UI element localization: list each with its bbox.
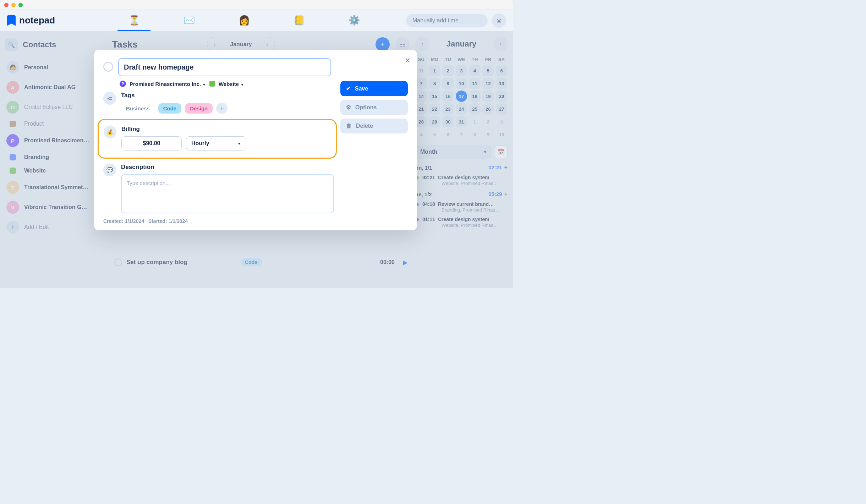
tab-profile[interactable]: 👩 bbox=[217, 10, 272, 31]
tab-time[interactable]: ⏳ bbox=[106, 10, 161, 31]
check-icon: ✔ bbox=[346, 85, 351, 92]
topbar: notepad ⏳ ✉️ 👩 📒 ⚙️ Manually add time...… bbox=[0, 10, 513, 31]
trash-icon: 🗑 bbox=[346, 123, 352, 129]
chat-icon: 💬 bbox=[103, 164, 116, 176]
created-text: Created: 1/1/2024 bbox=[103, 218, 144, 224]
timer-button[interactable]: ◎ bbox=[492, 13, 506, 28]
app-logo[interactable]: notepad bbox=[7, 15, 106, 26]
billing-amount-input[interactable] bbox=[121, 136, 182, 150]
book-icon: 📒 bbox=[294, 15, 305, 26]
hourglass-icon: ⏳ bbox=[128, 15, 140, 26]
window-maximize-dot[interactable] bbox=[18, 3, 23, 7]
save-button[interactable]: ✔Save bbox=[340, 81, 408, 96]
mail-icon: ✉️ bbox=[183, 15, 195, 26]
client-badge: P bbox=[120, 81, 126, 87]
tag-icon: 🏷 bbox=[103, 92, 116, 105]
billing-type-label: Hourly bbox=[191, 140, 209, 147]
chevron-down-icon: ▼ bbox=[202, 83, 206, 87]
tab-mail[interactable]: ✉️ bbox=[161, 10, 217, 31]
manual-time-input[interactable]: Manually add time... bbox=[406, 14, 488, 27]
description-label: Description bbox=[121, 164, 408, 171]
chevron-down-icon: ▼ bbox=[240, 83, 244, 87]
tab-settings[interactable]: ⚙️ bbox=[327, 10, 382, 31]
billing-type-select[interactable]: Hourly ▼ bbox=[186, 136, 246, 150]
top-tabs: ⏳ ✉️ 👩 📒 ⚙️ bbox=[106, 10, 406, 31]
task-complete-toggle[interactable] bbox=[103, 62, 113, 72]
tab-book[interactable]: 📒 bbox=[272, 10, 327, 31]
project-select[interactable]: Website ▼ bbox=[219, 81, 244, 87]
gear-icon: ⚙ bbox=[346, 104, 351, 111]
add-tag-button[interactable]: + bbox=[216, 103, 228, 114]
bookmark-icon bbox=[7, 15, 16, 26]
client-select[interactable]: Promised Rinascimento Inc. ▼ bbox=[130, 81, 206, 87]
tag-code[interactable]: Code bbox=[158, 103, 182, 114]
billing-label: Billing bbox=[121, 126, 331, 133]
options-button[interactable]: ⚙Options bbox=[340, 100, 408, 115]
tag-design[interactable]: Design bbox=[185, 103, 213, 114]
started-text: Started: 1/1/2024 bbox=[148, 218, 188, 224]
description-textarea[interactable]: Type description... bbox=[121, 174, 334, 213]
avatar-icon: 👩 bbox=[239, 15, 250, 26]
task-title-input[interactable] bbox=[118, 58, 331, 76]
delete-button[interactable]: 🗑Delete bbox=[340, 119, 408, 133]
task-modal: ✕ P Promised Rinascimento Inc. ▼ Website… bbox=[94, 50, 417, 230]
window-titlebar bbox=[0, 0, 513, 10]
money-bag-icon: 💰 bbox=[104, 126, 116, 138]
clock-icon: ◎ bbox=[497, 17, 501, 24]
tag-business[interactable]: Business bbox=[121, 103, 155, 114]
window-close-dot[interactable] bbox=[4, 3, 9, 7]
modal-close-button[interactable]: ✕ bbox=[405, 56, 411, 65]
chevron-down-icon: ▼ bbox=[237, 142, 241, 146]
project-color-swatch bbox=[209, 81, 215, 87]
window-minimize-dot[interactable] bbox=[11, 3, 16, 7]
billing-section-highlight: 💰 Billing Hourly ▼ bbox=[98, 119, 337, 159]
app-name: notepad bbox=[19, 15, 55, 26]
gear-icon: ⚙️ bbox=[349, 15, 360, 26]
